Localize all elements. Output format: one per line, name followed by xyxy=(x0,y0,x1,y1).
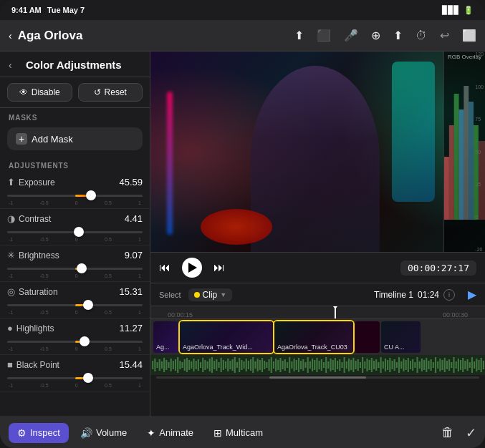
svg-rect-40 xyxy=(223,360,224,370)
svg-rect-143 xyxy=(458,359,459,371)
clip-4[interactable] xyxy=(355,321,380,353)
skip-forward-icon[interactable]: ⏭ xyxy=(213,261,225,274)
brightness-slider[interactable] xyxy=(7,262,143,275)
brightness-header: ✳ Brightness 9.07 xyxy=(7,250,143,260)
svg-rect-138 xyxy=(446,361,448,369)
svg-rect-21 xyxy=(179,361,181,369)
tab-volume[interactable]: 🔊 Volume xyxy=(72,423,135,443)
blackpoint-slider[interactable] xyxy=(7,371,143,384)
volume-icon: 🔊 xyxy=(80,427,92,439)
svg-rect-86 xyxy=(327,361,329,369)
clip-1[interactable]: Ag... xyxy=(153,321,178,353)
share-icon[interactable]: ⬆ xyxy=(294,29,304,42)
svg-rect-153 xyxy=(481,358,482,372)
clip-2[interactable]: AgaOrlova_Track_Wid... xyxy=(180,321,273,353)
contrast-icon: ◑ xyxy=(7,213,15,224)
contrast-name: ◑ Contrast xyxy=(7,213,51,224)
clip-dot xyxy=(194,292,200,298)
left-panel: ‹ Color Adjustments 👁 Disable ↺ Reset MA… xyxy=(0,52,150,417)
rewind-icon[interactable]: ↩ xyxy=(440,29,449,42)
svg-rect-69 xyxy=(289,357,290,373)
svg-rect-30 xyxy=(200,362,201,368)
svg-rect-36 xyxy=(213,361,215,369)
video-drum xyxy=(201,209,272,245)
clip-3[interactable]: AgaOrlova_Track_CU03 xyxy=(274,321,353,353)
contrast-value: 4.41 xyxy=(125,213,143,224)
camera-icon[interactable]: ⬛ xyxy=(317,29,331,42)
back-button[interactable]: ‹ xyxy=(9,30,12,42)
svg-rect-27 xyxy=(193,359,194,371)
highlights-slider[interactable] xyxy=(7,335,143,348)
info-icon[interactable]: i xyxy=(443,289,455,301)
disable-button[interactable]: 👁 Disable xyxy=(7,83,72,102)
play-button[interactable] xyxy=(182,258,202,278)
svg-rect-131 xyxy=(431,359,432,371)
export-icon[interactable]: ⬆ xyxy=(393,29,403,42)
svg-rect-110 xyxy=(383,361,384,369)
histogram-panel: RGB Overlay 120 xyxy=(443,52,485,252)
svg-rect-20 xyxy=(177,357,178,373)
svg-rect-152 xyxy=(478,360,479,370)
reset-button[interactable]: ↺ Reset xyxy=(78,83,143,102)
svg-rect-25 xyxy=(188,360,190,370)
clip-5[interactable]: CU A... xyxy=(381,321,421,353)
ruler-mark-2: 00:00:30 xyxy=(443,311,468,318)
svg-rect-28 xyxy=(196,361,197,369)
adjustments-section-label: ADJUSTMENTS xyxy=(0,156,150,172)
checkmark-button[interactable]: ✓ xyxy=(466,425,476,441)
svg-rect-19 xyxy=(175,359,176,371)
svg-rect-13 xyxy=(161,361,163,369)
hist-label-50: 50 xyxy=(475,150,484,155)
hist-label-120: 120 xyxy=(475,52,484,57)
skip-back-icon[interactable]: ⏮ xyxy=(159,261,171,274)
clip-selector[interactable]: Clip ▼ xyxy=(188,288,233,301)
contrast-slider[interactable] xyxy=(7,225,143,238)
svg-rect-62 xyxy=(273,361,274,369)
tab-multicam[interactable]: ⊞ Multicam xyxy=(205,423,272,443)
svg-rect-137 xyxy=(444,358,446,372)
hist-label-25: 25 xyxy=(475,182,484,187)
timeline-expand-icon[interactable]: ▶ xyxy=(468,288,476,301)
exposure-slider[interactable] xyxy=(7,189,143,202)
status-date: Tue May 7 xyxy=(47,6,85,14)
top-toolbar: ‹ Aga Orlova ⬆ ⬛ 🎤 ⊕ ⬆ ⏱ ↩ ⬜ xyxy=(0,20,485,52)
scroll-indicator xyxy=(156,376,479,379)
add-mask-button[interactable]: + Add Mask xyxy=(7,127,143,150)
contrast-header: ◑ Contrast 4.41 xyxy=(7,213,143,224)
clip-2-inner: AgaOrlova_Track_Wid... xyxy=(180,321,273,353)
tab-animate[interactable]: ✦ Animate xyxy=(138,423,202,443)
svg-rect-147 xyxy=(467,359,469,371)
svg-rect-91 xyxy=(339,359,340,371)
svg-rect-4 xyxy=(464,86,469,220)
clip-chevron-icon: ▼ xyxy=(220,291,226,298)
brightness-icon: ✳ xyxy=(7,250,15,260)
trash-button[interactable]: 🗑 xyxy=(441,425,454,441)
mic-icon[interactable]: 🎤 xyxy=(344,29,358,42)
svg-rect-56 xyxy=(259,360,261,370)
svg-rect-12 xyxy=(159,359,160,371)
svg-rect-81 xyxy=(316,358,317,372)
saturation-slider[interactable] xyxy=(7,298,143,311)
status-bar: 9:41 AM Tue May 7 ▊▊▊ 🔋 xyxy=(0,0,485,20)
svg-rect-44 xyxy=(232,359,234,371)
svg-rect-82 xyxy=(319,361,320,369)
svg-rect-45 xyxy=(234,357,236,373)
clip-3-label: AgaOrlova_Track_CU03 xyxy=(277,344,347,351)
location-icon[interactable]: ⊕ xyxy=(371,29,380,42)
hist-label-100: 100 xyxy=(475,84,484,89)
eye-icon: 👁 xyxy=(19,87,28,97)
reset-label: Reset xyxy=(105,87,127,97)
panel-back-button[interactable]: ‹ xyxy=(9,59,12,71)
svg-rect-119 xyxy=(403,359,404,371)
svg-rect-59 xyxy=(266,362,267,368)
layout-icon[interactable]: ⬜ xyxy=(462,29,476,42)
play-icon xyxy=(188,263,197,273)
svg-rect-41 xyxy=(225,361,226,369)
adjustment-brightness: ✳ Brightness 9.07 -1 -0.5 0 0.5 1 xyxy=(0,245,150,282)
video-preview: RGB Overlay 120 xyxy=(150,52,485,252)
svg-rect-85 xyxy=(325,357,327,373)
clock-icon[interactable]: ⏱ xyxy=(416,29,427,42)
tab-inspect[interactable]: ⚙ Inspect xyxy=(9,423,69,443)
blackpoint-icon: ■ xyxy=(7,359,13,370)
wifi-icon: ▊▊▊ xyxy=(442,6,459,15)
